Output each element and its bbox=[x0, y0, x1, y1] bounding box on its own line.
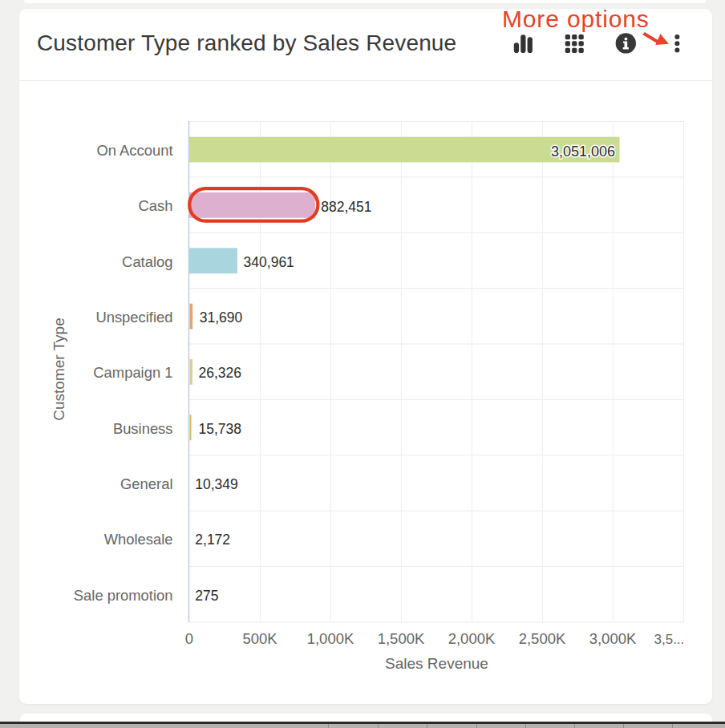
svg-text:3,051,006: 3,051,006 bbox=[551, 144, 615, 160]
svg-text:Unspecified: Unspecified bbox=[95, 309, 172, 326]
svg-text:Cash: Cash bbox=[139, 197, 173, 214]
svg-text:2,500K: 2,500K bbox=[519, 630, 566, 647]
svg-text:3,5...: 3,5... bbox=[654, 632, 685, 647]
svg-text:31,690: 31,690 bbox=[200, 309, 243, 326]
svg-text:500K: 500K bbox=[242, 630, 277, 647]
svg-text:Catalog: Catalog bbox=[122, 253, 172, 270]
svg-text:0: 0 bbox=[185, 630, 193, 647]
svg-text:Sales Revenue: Sales Revenue bbox=[385, 655, 488, 672]
svg-text:Campaign 1: Campaign 1 bbox=[93, 364, 172, 381]
svg-text:26,326: 26,326 bbox=[199, 365, 242, 381]
svg-text:1,500K: 1,500K bbox=[378, 630, 425, 647]
svg-text:275: 275 bbox=[195, 588, 218, 604]
svg-text:3,000K: 3,000K bbox=[589, 630, 637, 647]
svg-text:Wholesale: Wholesale bbox=[104, 531, 173, 548]
svg-text:2,172: 2,172 bbox=[195, 532, 230, 548]
svg-text:On Account: On Account bbox=[96, 142, 172, 159]
svg-text:Sale promotion: Sale promotion bbox=[74, 587, 173, 604]
svg-text:General: General bbox=[120, 475, 172, 492]
svg-text:2,000K: 2,000K bbox=[448, 630, 496, 647]
svg-text:10,349: 10,349 bbox=[195, 476, 238, 492]
svg-text:15,738: 15,738 bbox=[199, 421, 242, 437]
svg-text:1,000K: 1,000K bbox=[307, 630, 354, 647]
svg-text:Business: Business bbox=[113, 420, 173, 437]
svg-text:340,961: 340,961 bbox=[244, 254, 294, 270]
svg-text:Customer Type: Customer Type bbox=[51, 317, 67, 420]
svg-text:882,451: 882,451 bbox=[321, 199, 371, 215]
